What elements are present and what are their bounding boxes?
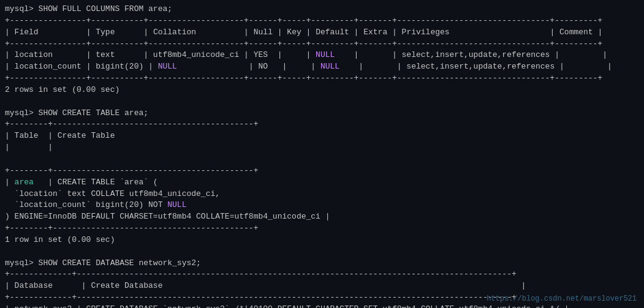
border-bottom-1: +----------------+-----------+----------… [5,73,639,85]
data-row-area-1: | area | CREATE TABLE `area` ( [5,177,639,189]
data-row-db: | network_sys2 | CREATE DATABASE `networ… [5,304,639,308]
border-top-3: +-------------+-------------------------… [5,269,639,280]
border-mid-1: +----------------+-----------+----------… [5,39,639,50]
data-row-area-4: ) ENGINE=InnoDB DEFAULT CHARSET=utf8mb4 … [5,211,639,223]
terminal-window: mysql> SHOW FULL COLUMNS FROM area; +---… [0,0,644,308]
data-row-area-2: `location` text COLLATE utf8mb4_unicode_… [5,189,639,200]
border-mid-2: +--------+------------------------------… [5,165,639,177]
blank-1 [5,96,639,108]
watermark: https://blog.csdn.net/marslover521 [487,295,637,303]
cmd-show-create-db: mysql> SHOW CREATE DATABASE network_sys2… [5,258,639,269]
border-bottom-2: +--------+------------------------------… [5,223,639,235]
pipe-center: | | [5,142,639,154]
data-row-area-3: `location_count` bigint(20) NOT NULL [5,200,639,211]
border-top-1: +----------------+-----------+----------… [5,15,639,27]
border-top-2: +--------+------------------------------… [5,119,639,130]
header-row-2: | Table | Create Table [5,130,639,142]
data-row-location-count: | location_count | bigint(20) | NULL | N… [5,61,639,73]
header-row: | Field | Type | Collation | Null | Key … [5,27,639,39]
row-count-2: 1 row in set (0.00 sec) [5,235,639,246]
row-count-1: 2 rows in set (0.00 sec) [5,85,639,96]
blank-2 [5,154,639,165]
blank-3 [5,246,639,258]
cmd-show-create-table: mysql> SHOW CREATE TABLE area; [5,108,639,119]
header-row-3: | Database | Create Database | [5,280,639,292]
data-row-location: | location | text | utf8mb4_unicode_ci |… [5,50,639,61]
cmd-show-columns: mysql> SHOW FULL COLUMNS FROM area; [5,4,639,15]
